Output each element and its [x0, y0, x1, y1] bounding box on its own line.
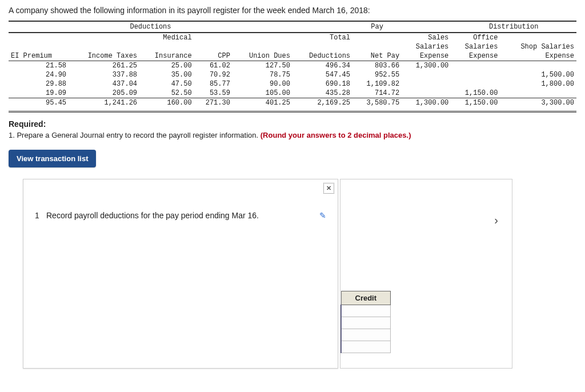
- col-shop: Expense: [500, 51, 576, 61]
- col-office: Expense: [451, 51, 500, 61]
- credit-header: Credit: [341, 291, 391, 305]
- required-line: 1. Prepare a General Journal entry to re…: [9, 131, 576, 139]
- instruction-panel: ✕ 1 Record payroll deductions for the pa…: [23, 179, 338, 369]
- col-sales: Expense: [402, 51, 451, 61]
- group-deductions: Deductions: [9, 21, 292, 33]
- table-row: 19.09205.0952.5053.59105.00435.28714.721…: [9, 89, 576, 98]
- intro-text: A company showed the following informati…: [9, 6, 576, 15]
- table-row: 29.88437.0447.5085.7790.00690.181,109.82…: [9, 79, 576, 89]
- col-cpp: CPP: [194, 51, 233, 61]
- payroll-register-table: Deductions Pay Distribution Medical Tota…: [9, 21, 576, 113]
- col-ei: EI Premium: [9, 51, 69, 61]
- table-row: 21.58261.2525.0061.02127.50496.34803.661…: [9, 61, 576, 71]
- credit-table[interactable]: Credit: [340, 291, 391, 353]
- instruction-text: Record payroll deductions for the pay pe…: [46, 211, 315, 220]
- register-body: 21.58261.2525.0061.02127.50496.34803.661…: [9, 61, 576, 112]
- group-distribution: Distribution: [451, 21, 576, 33]
- col-total: Deductions: [292, 51, 352, 61]
- close-icon[interactable]: ✕: [323, 183, 334, 194]
- col-inc: Income Taxes: [69, 51, 139, 61]
- totals-row: 95.451,241.26160.00271.30401.252,169.253…: [9, 98, 576, 108]
- col-med: Insurance: [139, 51, 194, 61]
- instruction-number: 1: [35, 211, 46, 220]
- right-nav-panel: › Credit: [340, 179, 512, 369]
- edit-icon[interactable]: ✎: [319, 211, 326, 220]
- chevron-right-icon[interactable]: ›: [494, 214, 498, 227]
- table-row: 24.90337.8835.0070.9278.75547.45952.551,…: [9, 70, 576, 79]
- col-union: Union Dues: [233, 51, 292, 61]
- required-label: Required:: [9, 119, 576, 129]
- view-transaction-list-button[interactable]: View transaction list: [9, 150, 96, 167]
- group-pay: Pay: [352, 21, 402, 33]
- col-netpay: Net Pay: [352, 51, 402, 61]
